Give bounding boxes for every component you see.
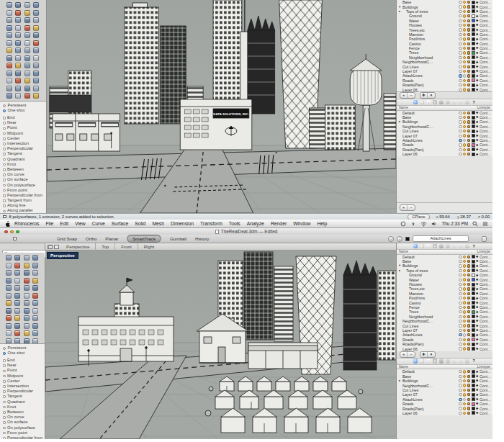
radio-icon[interactable] (3, 347, 6, 350)
panel-header-icon[interactable] (459, 244, 464, 249)
layer-name[interactable]: Cut Lines (402, 324, 458, 328)
visibility-bulb-icon[interactable] (463, 389, 466, 392)
osnap-item[interactable]: From point (3, 188, 45, 193)
linetype-value[interactable]: Cont… (480, 392, 491, 397)
layer-name[interactable]: Tops of trees (402, 269, 458, 273)
lock-icon[interactable] (467, 375, 470, 378)
linetype-value[interactable]: Cont… (480, 287, 491, 291)
osnap-mode[interactable]: One shot (3, 108, 45, 113)
tool-icon[interactable] (24, 17, 30, 23)
panel-header-icon[interactable] (446, 100, 451, 105)
tool-icon[interactable] (33, 71, 39, 76)
viewport-tab[interactable]: Front (115, 243, 138, 251)
layer-color-swatch[interactable] (472, 338, 475, 341)
linetype-value[interactable]: Cont… (480, 301, 491, 305)
lock-icon[interactable] (467, 329, 470, 332)
tool-icon[interactable] (15, 78, 21, 84)
visibility-bulb-icon[interactable] (463, 60, 466, 63)
lock-icon[interactable] (467, 283, 470, 286)
checkbox-icon[interactable] (3, 359, 6, 362)
panel-header-icon[interactable] (439, 100, 444, 105)
lock-icon[interactable] (467, 256, 470, 258)
linetype-value[interactable]: Cont… (480, 379, 491, 383)
layer-name[interactable]: Roads(Plan) (402, 407, 458, 411)
linetype-value[interactable]: Cont… (480, 407, 491, 411)
lock-icon[interactable] (467, 74, 470, 77)
traffic-light-button[interactable] (4, 230, 8, 234)
lock-icon[interactable] (467, 279, 470, 281)
layer-color-swatch[interactable] (472, 14, 475, 18)
tool-icon[interactable] (33, 32, 39, 38)
layer-color-swatch[interactable] (472, 402, 475, 406)
linetype-value[interactable]: Cont… (480, 119, 491, 124)
lock-icon[interactable] (467, 19, 470, 22)
linetype-value[interactable]: Cont… (480, 50, 491, 55)
visibility-bulb-icon[interactable] (463, 274, 466, 276)
panel-header-icon[interactable]: ? (472, 358, 477, 364)
layer-name[interactable]: Layer 06 (402, 347, 458, 351)
tool-icon[interactable] (15, 71, 21, 76)
layer-name[interactable]: Trees (402, 50, 458, 55)
osnap-item[interactable]: Midpoint (3, 131, 45, 136)
tool-icon[interactable] (6, 315, 12, 321)
lock-icon[interactable] (467, 37, 470, 40)
linetype-value[interactable]: Cont… (480, 143, 491, 147)
tool-icon[interactable] (6, 330, 12, 336)
lock-icon[interactable] (467, 66, 470, 68)
lock-icon[interactable] (467, 125, 470, 128)
visibility-bulb-icon[interactable] (463, 398, 466, 401)
menu-item[interactable]: Edit (60, 221, 68, 226)
tool-icon[interactable] (33, 55, 39, 61)
current-layer-radio[interactable] (459, 120, 462, 123)
tool-icon[interactable] (33, 25, 39, 31)
layer-name[interactable]: Ground (402, 273, 458, 277)
tool-icon[interactable] (15, 17, 21, 23)
visibility-bulb-icon[interactable] (463, 51, 466, 54)
layer-color-swatch[interactable] (472, 51, 475, 55)
layer-name[interactable]: Roads (402, 143, 458, 147)
tool-icon[interactable] (15, 2, 21, 8)
layer-name[interactable]: Default (402, 369, 458, 374)
layer-name[interactable]: Fence (402, 46, 458, 50)
tool-icon[interactable] (14, 308, 20, 314)
tool-icon[interactable] (32, 270, 38, 276)
visibility-bulb-icon[interactable] (463, 333, 466, 336)
current-layer-radio[interactable] (459, 279, 462, 281)
tool-icon[interactable] (15, 93, 21, 99)
layer-name[interactable]: AttachLines (402, 333, 458, 337)
visibility-bulb-icon[interactable] (463, 347, 466, 350)
menu-item[interactable]: Help (317, 221, 327, 226)
tool-icon[interactable] (24, 10, 30, 16)
visibility-bulb-icon[interactable] (463, 24, 466, 27)
lock-icon[interactable] (467, 56, 470, 59)
layer-color-swatch[interactable] (472, 388, 475, 392)
layer-color-swatch[interactable] (472, 379, 475, 383)
osnap-item[interactable]: End (3, 115, 45, 120)
osnap-item[interactable]: On curve (3, 415, 43, 420)
layer-name[interactable]: Layer 06 (402, 411, 458, 415)
checkbox-icon[interactable] (3, 194, 6, 197)
mode-toggle[interactable]: SmartTrack (127, 235, 161, 243)
current-layer-radio[interactable] (459, 402, 462, 405)
layer-action-button[interactable]: + (400, 352, 408, 357)
tool-icon[interactable] (24, 78, 30, 84)
lock-icon[interactable] (467, 370, 470, 373)
current-layer-radio[interactable] (459, 51, 462, 54)
checkbox-icon[interactable] (3, 132, 6, 135)
visibility-bulb-icon[interactable] (463, 283, 466, 286)
tool-icon[interactable] (6, 32, 12, 38)
current-layer-radio[interactable] (459, 338, 462, 341)
current-layer-radio[interactable] (459, 329, 462, 332)
layer-name[interactable]: Neighborhood (402, 55, 458, 60)
layer-name[interactable]: Base (402, 374, 458, 379)
tool-icon[interactable] (14, 323, 20, 329)
linetype-value[interactable]: Cont… (480, 411, 491, 415)
layer-name[interactable]: Trees,etc (402, 287, 458, 291)
tool-icon[interactable] (6, 10, 12, 16)
panel-header-icon[interactable] (439, 244, 444, 249)
panel-header-icon[interactable] (433, 244, 438, 249)
layer-color-swatch[interactable] (472, 411, 475, 415)
lock-icon[interactable] (467, 320, 470, 323)
checkbox-icon[interactable] (3, 432, 6, 435)
linetype-value[interactable]: Cont… (480, 402, 491, 406)
